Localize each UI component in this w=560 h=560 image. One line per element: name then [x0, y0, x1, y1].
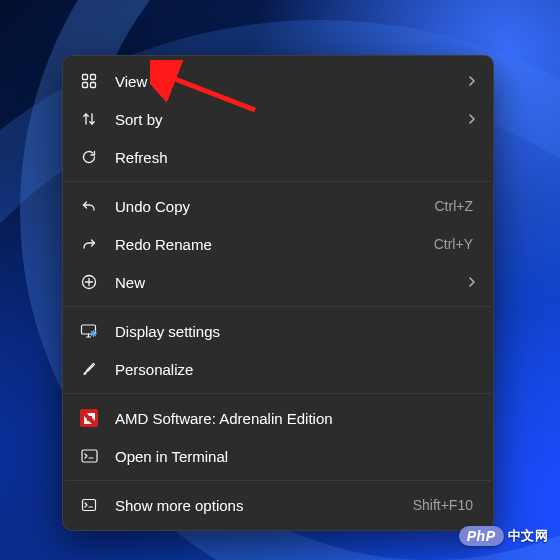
svg-rect-0 [83, 75, 88, 80]
undo-icon [79, 196, 99, 216]
menu-separator [65, 306, 491, 307]
menu-item-label: Undo Copy [115, 198, 435, 215]
menu-item-label: Redo Rename [115, 236, 434, 253]
display-settings-icon [79, 321, 99, 341]
svg-rect-3 [91, 83, 96, 88]
svg-rect-1 [91, 75, 96, 80]
menu-item-terminal[interactable]: Open in Terminal [63, 437, 493, 475]
menu-item-label: Personalize [115, 361, 477, 378]
svg-rect-7 [82, 450, 97, 462]
menu-item-personalize[interactable]: Personalize [63, 350, 493, 388]
menu-item-shortcut: Ctrl+Z [435, 198, 474, 214]
menu-item-label: Show more options [115, 497, 413, 514]
menu-item-amd[interactable]: AMD Software: Adrenalin Edition [63, 399, 493, 437]
redo-icon [79, 234, 99, 254]
more-options-icon [79, 495, 99, 515]
menu-item-view[interactable]: View [63, 62, 493, 100]
chevron-right-icon [467, 73, 477, 90]
menu-item-label: Display settings [115, 323, 477, 340]
menu-item-label: Refresh [115, 149, 477, 166]
menu-item-label: New [115, 274, 459, 291]
svg-rect-8 [83, 500, 96, 511]
refresh-icon [79, 147, 99, 167]
menu-item-more-options[interactable]: Show more options Shift+F10 [63, 486, 493, 524]
new-plus-icon [79, 272, 99, 292]
menu-item-new[interactable]: New [63, 263, 493, 301]
amd-icon [79, 408, 99, 428]
view-grid-icon [79, 71, 99, 91]
menu-item-shortcut: Shift+F10 [413, 497, 473, 513]
watermark-text: 中文网 [508, 527, 549, 545]
desktop-context-menu: View Sort by Refresh [62, 55, 494, 531]
terminal-icon [79, 446, 99, 466]
chevron-right-icon [467, 111, 477, 128]
menu-separator [65, 393, 491, 394]
menu-item-shortcut: Ctrl+Y [434, 236, 473, 252]
personalize-brush-icon [79, 359, 99, 379]
menu-item-display-settings[interactable]: Display settings [63, 312, 493, 350]
menu-item-label: Sort by [115, 111, 459, 128]
menu-item-refresh[interactable]: Refresh [63, 138, 493, 176]
menu-item-label: Open in Terminal [115, 448, 477, 465]
menu-item-redo[interactable]: Redo Rename Ctrl+Y [63, 225, 493, 263]
chevron-right-icon [467, 274, 477, 291]
svg-rect-2 [83, 83, 88, 88]
menu-separator [65, 181, 491, 182]
menu-item-undo[interactable]: Undo Copy Ctrl+Z [63, 187, 493, 225]
sort-icon [79, 109, 99, 129]
menu-item-label: AMD Software: Adrenalin Edition [115, 410, 477, 427]
menu-separator [65, 480, 491, 481]
menu-item-sortby[interactable]: Sort by [63, 100, 493, 138]
menu-item-label: View [115, 73, 459, 90]
